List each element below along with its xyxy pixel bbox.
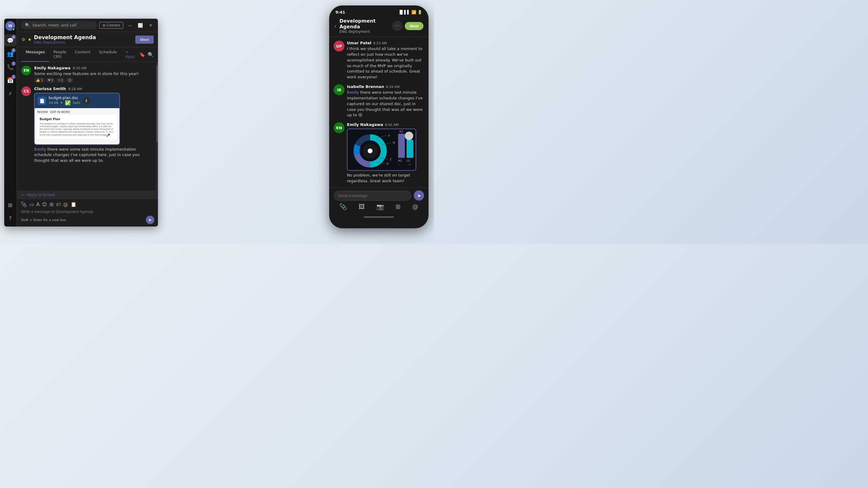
mobile-phone: 9:41 ▐▌▌▌ 📶 🔋 ‹ Development Agenda ENG d… <box>329 5 429 228</box>
mention-icon[interactable]: @ <box>63 201 68 207</box>
msg-avatar-clarissa: CS <box>22 87 31 96</box>
reaction-smile[interactable]: 😊 <box>66 78 73 83</box>
rail-teams-icon[interactable]: 👥 1 <box>4 47 16 60</box>
rail-calendar-icon[interactable]: 📅 1 <box>4 74 16 86</box>
minimize-button[interactable]: — <box>126 22 133 28</box>
reply-thread-label: Reply to thread <box>27 193 55 197</box>
phone-more-icon[interactable]: ··· <box>392 21 402 31</box>
phone-header: ‹ Development Agenda ENG deployment ··· … <box>330 16 428 37</box>
user-status-dot <box>12 28 15 31</box>
emoji-icon[interactable]: 😊 <box>42 201 47 207</box>
svg-text:Z: Z <box>390 158 392 161</box>
user-avatar[interactable]: W <box>5 21 15 31</box>
top-bar: 🔍 Search, meet, and call ⊕ Connect — ⬜ ✕ <box>17 19 158 32</box>
file-card: 📄 budget-plan.doc 24 KB • ✅ Safe <box>34 93 120 145</box>
send-button[interactable]: ➤ <box>146 216 154 224</box>
svg-text:0: 0 <box>398 164 399 166</box>
chat-scrollbar-thumb <box>156 65 158 142</box>
sidebar: ‹ › + Working from home 🏠 ≡ All Direct S… <box>16 19 17 227</box>
file-preview[interactable]: REVIEWEDIT IN WORD Budget Plan The budge… <box>35 108 119 144</box>
reaction-heart[interactable]: ❤️ 2 <box>46 78 55 83</box>
connect-icon: ⊕ <box>102 23 105 27</box>
reaction-zap[interactable]: ⚡ 2 <box>56 78 65 83</box>
file-safe-label: Safe <box>73 101 80 105</box>
phone-compose-input[interactable] <box>334 191 411 201</box>
phone-input-row: ➤ <box>334 190 424 201</box>
channel-tabs: Messages People (30) Content Schedule + … <box>17 47 158 62</box>
phone-mention-icon[interactable]: @ <box>412 203 418 210</box>
tab-content[interactable]: Content <box>70 47 95 62</box>
channel-settings-icon[interactable]: ⚙ <box>22 37 25 42</box>
phone-camera-icon[interactable]: 📷 <box>376 203 384 210</box>
sidebar-list: Favorites CS Clarissa Smith D Developmen… <box>16 52 17 227</box>
search-messages-icon[interactable]: 🔍 <box>148 52 154 58</box>
file-preview-content: Budget Plan The budget of a company is o… <box>37 115 117 138</box>
tab-people[interactable]: People (30) <box>49 47 70 62</box>
phone-back-button[interactable]: ‹ <box>334 23 336 29</box>
battery-icon: 🔋 <box>417 10 422 14</box>
tab-schedule[interactable]: Schedule <box>95 47 121 62</box>
phone-meet-button[interactable]: Meet <box>405 22 424 30</box>
phone-compose-icons: 📎 🖼 📷 ⊞ @ <box>334 201 424 212</box>
reaction-thumbsup[interactable]: 👍 1 <box>34 78 44 83</box>
chat-scrollbar[interactable] <box>156 62 158 191</box>
phone-avatar-emily: EN <box>334 122 344 133</box>
msg-author-clarissa: Clarissa Smith <box>34 87 66 91</box>
rail-help-icon[interactable]: ? <box>4 212 16 224</box>
compose-input[interactable] <box>21 209 154 215</box>
schedule-icon[interactable]: 📋 <box>70 201 76 207</box>
msg-author-emily: Emily Nakagawa <box>34 66 70 70</box>
svg-text:OR: OR <box>408 164 411 166</box>
text-icon[interactable]: A <box>36 201 40 207</box>
sticker-icon[interactable]: 🏷 <box>56 201 61 207</box>
tab-messages[interactable]: Messages <box>22 47 49 62</box>
phone-author-umar: Umar Patel <box>347 41 371 45</box>
file-download-button[interactable]: ⬇ <box>83 97 90 105</box>
compose-hint: Shift + Enter for a new line <box>21 218 66 222</box>
phone-attach-icon[interactable]: 📎 <box>339 203 347 210</box>
reply-thread-bar[interactable]: ↩ Reply to thread <box>17 191 158 199</box>
giphy-icon[interactable]: ⊞ <box>50 201 53 207</box>
svg-text:A: A <box>388 134 390 137</box>
phone-compose-area: ➤ 📎 🖼 📷 ⊞ @ <box>330 188 428 214</box>
message-row-emily: EN Emily Nakagawa 8:20 AM Some exciting … <box>22 66 152 83</box>
message-row-clarissa: CS Clarissa Smith 8:28 AM 📄 budget-plan.… <box>22 87 152 163</box>
phone-image-icon[interactable]: 🖼 <box>359 203 365 210</box>
msg-time-emily: 8:20 AM <box>73 66 87 70</box>
phone-home-indicator <box>364 216 394 218</box>
connect-button[interactable]: ⊕ Connect <box>99 22 124 29</box>
svg-text:MZ: MZ <box>398 160 402 162</box>
meet-button[interactable]: Meet <box>135 36 154 44</box>
svg-text:M: M <box>393 141 395 144</box>
rail-activity-icon[interactable]: ⚡ <box>4 87 16 99</box>
cursor-icon: ↗ <box>106 132 110 138</box>
phone-send-button[interactable]: ➤ <box>414 190 424 201</box>
attach-icon[interactable]: 📎 <box>21 201 27 207</box>
svg-text:R: R <box>387 162 389 165</box>
phone-channel-sub: ENG deployment <box>339 30 389 34</box>
phone-time-umar: 8:23 AM <box>373 41 387 45</box>
channel-star-icon[interactable]: ★ <box>28 37 32 42</box>
phone-chart-card[interactable]: A M Z R MZ CD MZ CD <box>347 129 416 171</box>
bookmark-icon[interactable]: 🔖 <box>139 52 145 58</box>
close-button[interactable]: ✕ <box>147 22 154 28</box>
teams-desktop-app: W 💬 4 👥 1 📞 1 📅 1 ⚡ ⊞ ? <box>4 19 158 227</box>
channel-header: ⚙ ★ Development Agenda ENG Deployment Me… <box>17 32 158 47</box>
tab-add-apps[interactable]: + Apps <box>121 47 139 62</box>
search-icon: 🔍 <box>25 23 30 27</box>
channel-sub[interactable]: ENG Deployment <box>34 40 96 44</box>
rail-apps-icon[interactable]: ⊞ <box>4 199 16 211</box>
rail-chat-icon[interactable]: 💬 4 <box>4 34 16 46</box>
phone-msg-row-umar: UP Umar Patel 8:23 AM I think we should … <box>334 41 424 80</box>
wifi-icon: 📶 <box>411 10 416 14</box>
signal-icon: ▐▌▌▌ <box>398 10 410 14</box>
format-icon[interactable]: ▭ <box>29 201 34 207</box>
phone-msg-row-isabelle: IB Isabelle Brennan 8:34 AM Emily there … <box>334 84 424 118</box>
other-section-label: Other <box>16 115 17 121</box>
svg-rect-16 <box>407 140 413 158</box>
rail-calls-icon[interactable]: 📞 1 <box>4 61 16 73</box>
search-bar[interactable]: 🔍 Search, meet, and call <box>21 21 96 29</box>
phone-channel-name: Development Agenda <box>339 18 389 30</box>
phone-gif-icon[interactable]: ⊞ <box>396 203 401 210</box>
maximize-button[interactable]: ⬜ <box>136 22 145 28</box>
